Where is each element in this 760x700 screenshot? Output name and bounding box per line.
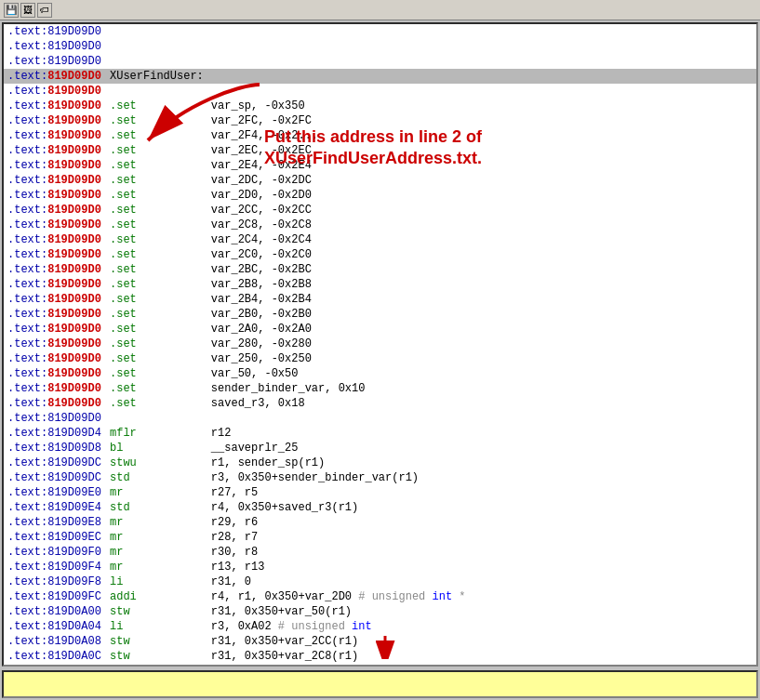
table-row: .text:819D09D0 .set var_50, -0x50 bbox=[4, 366, 758, 381]
addr-cell: .text:819D09D0 bbox=[4, 39, 106, 54]
image-icon[interactable]: 🖼 bbox=[20, 3, 35, 18]
table-row: .text:819D09EC mr r28, r7 bbox=[4, 530, 758, 545]
table-row: .text:819D09D0 .set var_2B8, -0x2B8 bbox=[4, 277, 758, 292]
bottom-bar bbox=[2, 670, 758, 698]
table-row: .text:819D09D0 bbox=[4, 39, 758, 54]
table-row: .text:819D09D0 .set var_2A0, -0x2A0 bbox=[4, 322, 758, 337]
table-row: .text:819D09D0 .set var_2B0, -0x2B0 bbox=[4, 307, 758, 322]
table-row: .text:819D09DC std r3, 0x350+sender_bind… bbox=[4, 470, 758, 485]
tag-icon[interactable]: 🏷 bbox=[37, 3, 52, 18]
bottom-arrow-indicator bbox=[357, 636, 413, 663]
table-row: .text:819D09D0 .set saved_r3, 0x18 bbox=[4, 396, 758, 411]
main-container: Put this address in line 2 of XUserFindU… bbox=[0, 20, 760, 700]
toolbar: 💾 🖼 🏷 bbox=[0, 0, 760, 20]
table-row: .text:819D09D0 .set var_2D0, -0x2D0 bbox=[4, 188, 758, 203]
table-row: .text:819D09D0 bbox=[4, 24, 758, 39]
operands-cell bbox=[207, 24, 758, 39]
table-row: .text:819D09D0 .set var_250, -0x250 bbox=[4, 351, 758, 366]
operands-cell bbox=[207, 54, 758, 69]
table-row: .text:819D09D0 .set var_sp, -0x350 bbox=[4, 99, 758, 113]
table-row: .text:819D09D0 .set var_2BC, -0x2BC bbox=[4, 262, 758, 277]
table-row: .text:819D09D0 .set var_2B4, -0x2B4 bbox=[4, 292, 758, 307]
table-row: .text:819D0A10 bl _XLookupSchemaIndexFro… bbox=[4, 664, 758, 667]
code-view[interactable]: Put this address in line 2 of XUserFindU… bbox=[2, 22, 758, 667]
table-row: .text:819D09F0 mr r30, r8 bbox=[4, 545, 758, 560]
instr-cell bbox=[106, 39, 207, 54]
table-row: .text:819D09D0 .set var_2FC, -0x2FC bbox=[4, 113, 758, 128]
table-row: .text:819D09D0 .set var_280, -0x280 bbox=[4, 337, 758, 351]
table-row: .text:819D09E4 std r4, 0x350+saved_r3(r1… bbox=[4, 500, 758, 515]
table-row: .text:819D09F4 mr r13, r13 bbox=[4, 560, 758, 575]
instr-cell bbox=[106, 54, 207, 69]
instr-cell: XUserFindUser: bbox=[106, 69, 207, 84]
addr-cell: .text:819D09D0 bbox=[4, 24, 106, 39]
table-row: .text:819D09E0 mr r27, r5 bbox=[4, 485, 758, 500]
table-row: .text:819D09D0 .set var_2CC, -0x2CC bbox=[4, 203, 758, 218]
table-row: .text:819D09FC addi r4, r1, 0x350+var_2D… bbox=[4, 589, 758, 604]
table-row: .text:819D09D0 .set var_2F4, -0x2... bbox=[4, 128, 758, 143]
table-row-highlighted: .text:819D09D0 XUserFindUser: bbox=[4, 69, 758, 84]
table-row: .text:819D09D0 .set var_2C4, -0x2C4 bbox=[4, 232, 758, 247]
table-row: .text:819D09D0 .set var_2DC, -0x2DC bbox=[4, 173, 758, 188]
table-row: .text:819D09D0 .set var_2C8, -0x2C8 bbox=[4, 218, 758, 232]
table-row: .text:819D09F8 li r31, 0 bbox=[4, 575, 758, 589]
table-row: .text:819D0A04 li r3, 0xA02 # unsigned i… bbox=[4, 619, 758, 634]
table-row: .text:819D0A00 stw r31, 0x350+var_50(r1) bbox=[4, 604, 758, 619]
table-row: .text:819D09DC stwu r1, sender_sp(r1) bbox=[4, 456, 758, 470]
table-row: .text:819D09D4 mflr r12 bbox=[4, 426, 758, 441]
operands-cell bbox=[207, 39, 758, 54]
code-table: .text:819D09D0 .text:819D09D0 .text:819D… bbox=[4, 24, 758, 667]
table-row: .text:819D09D0 bbox=[4, 84, 758, 99]
table-row: .text:819D09E8 mr r29, r6 bbox=[4, 515, 758, 530]
operands-cell bbox=[207, 69, 758, 84]
table-row: .text:819D09D0 .set sender_binder_var, 0… bbox=[4, 381, 758, 396]
table-row: .text:819D09D0 bbox=[4, 411, 758, 426]
table-row: .text:819D09D0 .set var_2EC, -0x2EC bbox=[4, 143, 758, 158]
table-row: .text:819D09D0 bbox=[4, 54, 758, 69]
table-row: .text:819D09D0 .set var_2E4, -0x2E4 bbox=[4, 158, 758, 173]
addr-cell: .text:819D09D0 bbox=[4, 69, 106, 84]
disk-icon[interactable]: 💾 bbox=[4, 3, 19, 18]
instr-cell bbox=[106, 24, 207, 39]
table-row: .text:819D09D8 bl __saveprlr_25 bbox=[4, 441, 758, 456]
addr-cell: .text:819D09D0 bbox=[4, 54, 106, 69]
table-row: .text:819D09D0 .set var_2C0, -0x2C0 bbox=[4, 247, 758, 262]
